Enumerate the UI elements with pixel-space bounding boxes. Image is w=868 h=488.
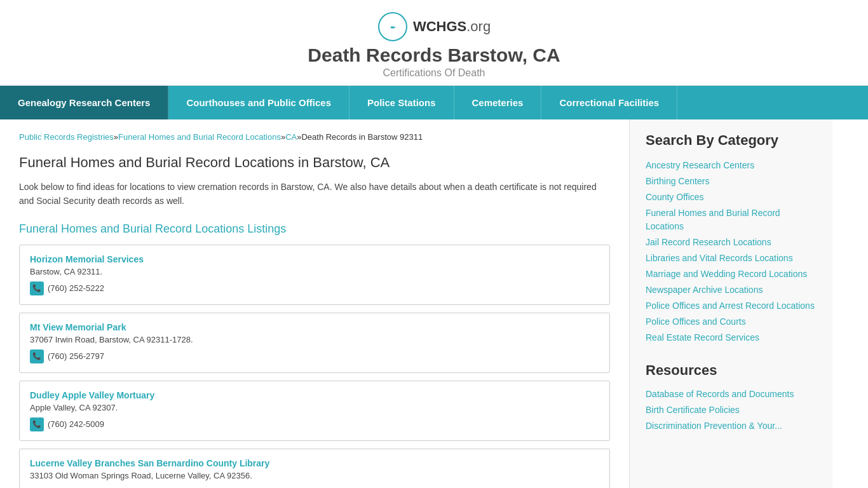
phone-icon-1: 📞: [30, 349, 44, 363]
sidebar-category-link-8[interactable]: Police Offices and Arrest Record Locatio…: [646, 299, 817, 313]
sidebar-search-category-title: Search By Category: [646, 132, 817, 149]
site-name-text: WCHGS.org: [413, 18, 491, 35]
listing-address-3: 33103 Old Woman Springs Road, Lucerne Va…: [30, 471, 599, 480]
main-description: Look below to find ideas for locations t…: [19, 180, 610, 208]
main-nav: Genealogy Research CentersCourthouses an…: [0, 86, 868, 119]
main-content: Public Records Registries»Funeral Homes …: [0, 119, 629, 488]
nav-item-3[interactable]: Cemeteries: [454, 86, 542, 119]
category-links: Ancestry Research CentersBirthing Center…: [646, 159, 817, 344]
sidebar-resource-link-2[interactable]: Discrimination Prevention & Your...: [646, 419, 817, 433]
listing-name-1[interactable]: Mt View Memorial Park: [30, 322, 126, 332]
listing-address-1: 37067 Irwin Road, Barstow, CA 92311-1728…: [30, 335, 599, 344]
resources-title: Resources: [646, 362, 817, 379]
sidebar-category-link-4[interactable]: Jail Record Research Locations: [646, 236, 817, 249]
main-layout: Public Records Registries»Funeral Homes …: [0, 119, 868, 488]
page-title: Death Records Barstow, CA: [308, 44, 560, 66]
sidebar-resource-link-0[interactable]: Database of Records and Documents: [646, 388, 817, 401]
nav-item-4[interactable]: Correctional Facilities: [541, 86, 677, 119]
sidebar-category-link-7[interactable]: Newspaper Archive Locations: [646, 283, 817, 297]
listing-address-2: Apple Valley, CA 92307.: [30, 403, 599, 412]
sidebar-category-link-6[interactable]: Marriage and Wedding Record Locations: [646, 268, 817, 281]
site-name-suffix: .org: [466, 18, 491, 34]
listing-name-3[interactable]: Lucerne Valley Branches San Bernardino C…: [30, 458, 269, 468]
main-heading: Funeral Homes and Burial Record Location…: [19, 154, 610, 171]
listing-card-2: Dudley Apple Valley MortuaryApple Valley…: [19, 381, 610, 441]
breadcrumb-link-0[interactable]: Public Records Registries: [19, 132, 114, 142]
resource-links: Database of Records and DocumentsBirth C…: [646, 388, 817, 433]
listing-card-1: Mt View Memorial Park37067 Irwin Road, B…: [19, 313, 610, 373]
phone-icon-0: 📞: [30, 281, 44, 295]
sidebar-category-link-1[interactable]: Birthing Centers: [646, 175, 817, 188]
sidebar-category-link-10[interactable]: Real Estate Record Services: [646, 331, 817, 344]
breadcrumb-separator: »: [114, 132, 118, 142]
listings-heading[interactable]: Funeral Homes and Burial Record Location…: [19, 222, 610, 236]
page-subtitle: Certifications Of Death: [383, 67, 485, 79]
breadcrumb: Public Records Registries»Funeral Homes …: [19, 132, 610, 142]
sidebar-category-link-9[interactable]: Police Offices and Courts: [646, 315, 817, 329]
breadcrumb-link-2[interactable]: CA: [285, 132, 297, 142]
sidebar-category-link-0[interactable]: Ancestry Research Centers: [646, 159, 817, 172]
sidebar-resource-link-1[interactable]: Birth Certificate Policies: [646, 403, 817, 417]
listing-phone-2: 📞(760) 242-5009: [30, 417, 599, 431]
logo-icon: ✒: [377, 11, 408, 42]
nav-item-0[interactable]: Genealogy Research Centers: [0, 86, 168, 119]
breadcrumb-current: Death Records in Barstow 92311: [301, 132, 423, 142]
listing-name-0[interactable]: Horizon Memorial Services: [30, 254, 144, 264]
listing-card-0: Horizon Memorial ServicesBarstow, CA 923…: [19, 245, 610, 305]
svg-text:✒: ✒: [390, 24, 395, 31]
listing-phone-0: 📞(760) 252-5222: [30, 281, 599, 295]
sidebar: Search By Category Ancestry Research Cen…: [629, 119, 832, 488]
sidebar-category-link-3[interactable]: Funeral Homes and Burial Record Location…: [646, 207, 817, 233]
listing-phone-number-1: (760) 256-2797: [48, 351, 104, 361]
phone-icon-2: 📞: [30, 417, 44, 431]
listing-name-2[interactable]: Dudley Apple Valley Mortuary: [30, 390, 154, 400]
listings-container: Horizon Memorial ServicesBarstow, CA 923…: [19, 245, 610, 488]
logo-area: ✒ WCHGS.org: [377, 11, 491, 42]
header: ✒ WCHGS.org Death Records Barstow, CA Ce…: [0, 0, 868, 86]
listing-card-3: Lucerne Valley Branches San Bernardino C…: [19, 449, 610, 488]
listing-phone-number-2: (760) 242-5009: [48, 419, 104, 429]
listing-phone-number-0: (760) 252-5222: [48, 283, 104, 293]
nav-item-2[interactable]: Police Stations: [349, 86, 454, 119]
sidebar-category-link-2[interactable]: County Offices: [646, 191, 817, 204]
nav-item-1[interactable]: Courthouses and Public Offices: [168, 86, 349, 119]
listing-address-0: Barstow, CA 92311.: [30, 267, 599, 276]
listing-phone-1: 📞(760) 256-2797: [30, 349, 599, 363]
site-name: WCHGS: [413, 18, 466, 34]
breadcrumb-link-1[interactable]: Funeral Homes and Burial Record Location…: [118, 132, 281, 142]
sidebar-category-link-5[interactable]: Libraries and Vital Records Locations: [646, 252, 817, 265]
